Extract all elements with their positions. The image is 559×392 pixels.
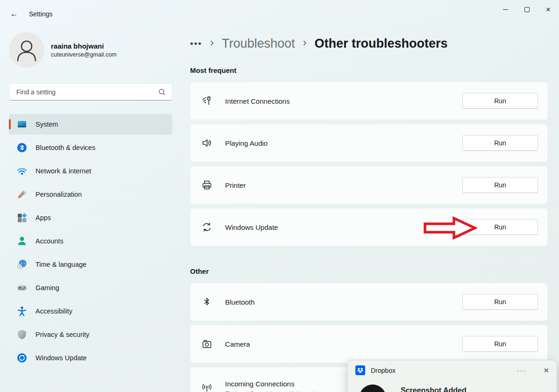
- shield-icon: [17, 329, 27, 340]
- toast-avatar: [359, 385, 386, 392]
- troubleshooter-label: Incoming Connections: [225, 380, 326, 388]
- sidebar-item-label: Apps: [35, 214, 51, 221]
- antenna-icon: [201, 382, 213, 392]
- sidebar-item-apps[interactable]: Apps: [9, 207, 172, 228]
- troubleshooter-label: Windows Update: [225, 223, 278, 231]
- chevron-right-icon: ›: [210, 36, 214, 51]
- run-button-playing-audio[interactable]: Run: [462, 135, 538, 151]
- troubleshooter-row-camera: Camera Run: [190, 325, 548, 363]
- speaker-icon: [201, 137, 213, 149]
- bluetooth-icon: [17, 143, 27, 153]
- breadcrumb-troubleshoot-link[interactable]: Troubleshoot: [222, 36, 295, 51]
- toast-more-button[interactable]: ···: [517, 366, 526, 374]
- sidebar-item-label: System: [35, 121, 58, 128]
- toast-close-button[interactable]: ✕: [543, 366, 549, 375]
- search-box[interactable]: [9, 83, 172, 100]
- sidebar-item-bluetooth-devices[interactable]: Bluetooth & devices: [9, 137, 172, 158]
- sidebar-item-time-language[interactable]: Time & language: [9, 254, 172, 275]
- sidebar-item-windows-update[interactable]: Windows Update: [9, 348, 172, 368]
- sidebar-item-label: Personalization: [35, 191, 82, 198]
- avatar: [9, 32, 44, 68]
- back-button[interactable]: ←: [7, 7, 21, 21]
- wifi-icon: [17, 166, 27, 176]
- sidebar-item-label: Windows Update: [35, 354, 87, 362]
- troubleshooter-label: Bluetooth: [225, 298, 255, 306]
- apps-icon: [17, 213, 27, 223]
- troubleshooter-label: Camera: [225, 340, 250, 348]
- sidebar-item-system[interactable]: System: [9, 114, 172, 135]
- toast-message-title: Screenshot Added: [401, 386, 467, 392]
- sidebar-nav: System Bluetooth & devices Network & int…: [9, 114, 172, 371]
- troubleshooter-label: Internet Connections: [225, 97, 290, 105]
- sidebar-item-network-internet[interactable]: Network & internet: [9, 161, 172, 181]
- accent-bar: [9, 119, 11, 129]
- run-button-bluetooth[interactable]: Run: [462, 294, 538, 310]
- troubleshooter-row-printer: Printer Run: [190, 166, 548, 204]
- accessibility-icon: [17, 306, 27, 316]
- sidebar-item-accessibility[interactable]: Accessibility: [9, 301, 172, 321]
- troubleshooter-label: Printer: [225, 181, 246, 189]
- troubleshooter-label: Playing Audio: [225, 139, 268, 147]
- sidebar-item-label: Gaming: [35, 284, 59, 292]
- system-icon: [17, 119, 27, 129]
- troubleshooter-row-windows-update: Windows Update Run: [190, 208, 548, 246]
- bluetooth-glyph-icon: [201, 296, 213, 308]
- user-name: raaina bhojwani: [51, 42, 117, 50]
- sidebar-item-label: Network & internet: [35, 167, 91, 175]
- dropbox-icon: [355, 365, 365, 375]
- sidebar-item-label: Time & language: [35, 261, 86, 268]
- breadcrumb: ••• › Troubleshoot › Other troubleshoote…: [190, 33, 448, 54]
- printer-icon: [201, 179, 213, 191]
- person-icon: [17, 236, 27, 246]
- sidebar-item-label: Privacy & security: [35, 331, 89, 338]
- page-title: Other troubleshooters: [315, 36, 448, 51]
- troubleshooter-row-playing-audio: Playing Audio Run: [190, 124, 548, 162]
- back-arrow-icon: ←: [10, 9, 18, 19]
- run-button-printer[interactable]: Run: [462, 177, 538, 193]
- app-title: Settings: [29, 10, 53, 18]
- breadcrumb-ellipsis-button[interactable]: •••: [190, 38, 202, 49]
- sidebar-item-accounts[interactable]: Accounts: [9, 231, 172, 251]
- gamepad-icon: [17, 283, 27, 293]
- refresh-icon: [201, 221, 213, 233]
- user-email: cuteuniverse@gmail.com: [51, 51, 117, 58]
- main-content: ••• › Troubleshoot › Other troubleshoote…: [190, 0, 548, 392]
- search-input[interactable]: [9, 88, 158, 96]
- sidebar-item-label: Accessibility: [35, 307, 72, 315]
- search-icon: [158, 88, 166, 96]
- wifi-device-icon: [201, 95, 213, 107]
- run-button-internet-connections[interactable]: Run: [462, 93, 538, 109]
- sidebar: raaina bhojwani cuteuniverse@gmail.com S…: [0, 22, 182, 392]
- run-button-windows-update[interactable]: Run: [462, 219, 538, 235]
- troubleshooter-description: Find and fix problems with incoming c: [225, 390, 326, 392]
- sidebar-item-privacy-security[interactable]: Privacy & security: [9, 324, 172, 345]
- globe-clock-icon: [17, 259, 27, 270]
- run-button-camera[interactable]: Run: [462, 336, 538, 352]
- sidebar-item-gaming[interactable]: Gaming: [9, 278, 172, 298]
- troubleshooter-row-internet-connections: Internet Connections Run: [190, 82, 548, 120]
- chevron-right-icon: ›: [303, 36, 307, 51]
- update-icon: [17, 353, 27, 363]
- sidebar-item-label: Accounts: [35, 237, 64, 245]
- section-title-other: Other: [190, 267, 209, 275]
- sidebar-item-personalization[interactable]: Personalization: [9, 184, 172, 205]
- troubleshooter-row-bluetooth: Bluetooth Run: [190, 283, 548, 321]
- section-title-most-frequent: Most frequent: [190, 66, 236, 74]
- dropbox-notification[interactable]: Dropbox ··· ✕ Screenshot Added: [347, 360, 557, 392]
- toast-app-name: Dropbox: [371, 367, 396, 374]
- user-profile[interactable]: raaina bhojwani cuteuniverse@gmail.com: [9, 32, 117, 68]
- sidebar-item-label: Bluetooth & devices: [35, 144, 95, 151]
- person-outline-icon: [9, 32, 44, 68]
- paintbrush-icon: [17, 189, 27, 200]
- camera-icon: [201, 338, 213, 350]
